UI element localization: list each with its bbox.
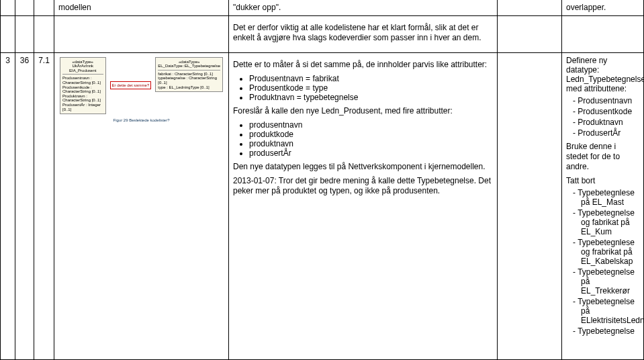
uml-class-left: «dataType» UkÅrAvInnk EIA_Produsent Prod… xyxy=(60,57,106,115)
uml-attr: Produsentnavn : CharacterString [0..1] xyxy=(62,76,103,85)
figure-caption: Figur 29 Beslektede kodelister? xyxy=(58,118,224,122)
uml-attr: Produsentkode : CharacterString [0..1] xyxy=(62,85,103,94)
uml-attr: typebetegnelse : CharacterString [0..1] xyxy=(158,76,220,85)
cell-note: overlapper. xyxy=(562,0,644,16)
list-item: ProdusertÅr xyxy=(573,128,639,138)
uml-attr: type : EL_LedningType [0..1] xyxy=(158,85,220,90)
text: modellen xyxy=(58,3,91,12)
uml-class-right: «dataType» EL_DataType::EL_Typebetegnels… xyxy=(155,57,223,93)
list-item: produktnavn xyxy=(249,139,493,148)
list-item: Produsentnavn = fabrikat xyxy=(249,74,493,83)
cell-num2: 36 xyxy=(15,52,34,359)
list-item: Produsentkode = type xyxy=(249,83,493,93)
paragraph: Definere ny datatype: Ledn_Typebetegnels… xyxy=(566,56,639,93)
list-item: Produktnavn = typebetegnelse xyxy=(249,93,493,102)
uml-attr: ProdusentÅr : Integer [0..1] xyxy=(62,103,103,111)
cell xyxy=(15,16,34,52)
dash-list: Typebetegnlese på EL_Mast Typebetegnelse… xyxy=(573,188,639,336)
text: "dukker opp". xyxy=(233,3,281,12)
bullet-list: Produsentnavn = fabrikat Produsentkode =… xyxy=(249,74,493,102)
table-row: Det er derfor viktig at alle kodelistene… xyxy=(1,16,644,52)
cell xyxy=(498,16,562,52)
table-row: 3 36 7.1 «dataType» UkÅrAvInnk EIA_Produ… xyxy=(1,52,644,359)
cell xyxy=(54,16,229,52)
document-table: modellen "dukker opp". overlapper. Det e… xyxy=(0,0,644,360)
paragraph: 2013-01-07: Tror det gir bedre mening å … xyxy=(233,176,493,196)
paragraph: Dette er to måter å si det samme på, de … xyxy=(233,60,493,70)
uml-attr: fabrikat : CharacterString [0..1] xyxy=(158,72,220,77)
list-item: produktkode xyxy=(249,130,493,139)
list-item: Typebetegnlese på EL_Mast xyxy=(573,188,639,207)
bullet-list: produsentnavn produktkode produktnavn pr… xyxy=(249,120,493,158)
table-row: modellen "dukker opp". overlapper. xyxy=(1,0,644,16)
paragraph: Den nye datatypen legges til på Nettverk… xyxy=(233,162,493,172)
paragraph: Tatt bort xyxy=(566,176,639,185)
list-item: Typebetegnelse på ELlektrisitetsLedning xyxy=(573,297,639,325)
cell xyxy=(1,16,15,52)
cell-num3 xyxy=(34,0,54,16)
cell-figure: «dataType» UkÅrAvInnk EIA_Produsent Prod… xyxy=(54,52,229,359)
cell-title: modellen xyxy=(54,0,229,16)
cell-num1: 3 xyxy=(1,52,15,359)
cell xyxy=(562,16,644,52)
uml-attr: Produktnavn : CharacterString [0..1] xyxy=(62,94,103,103)
uml-title: «dataType» EL_DataType::EL_Typebetegnels… xyxy=(158,60,220,69)
list-item: produsertÅr xyxy=(249,148,493,158)
list-item: Typebetegnelse på EL_Trekkerør xyxy=(573,267,639,296)
cell-note: Definere ny datatype: Ledn_Typebetegnels… xyxy=(562,52,644,359)
uml-figure: «dataType» UkÅrAvInnk EIA_Produsent Prod… xyxy=(58,56,224,123)
text: overlapper. xyxy=(566,3,606,12)
list-item: Produsentnavn xyxy=(573,96,639,105)
uml-note: Er dette det samme? xyxy=(110,81,152,89)
text: 36 xyxy=(20,56,29,65)
text: 3 xyxy=(5,56,10,65)
list-item: Typebetegnelse xyxy=(573,326,639,336)
cell-empty xyxy=(498,52,562,359)
cell-num2 xyxy=(15,0,34,16)
list-item: Typebetegnlese og frabrikat på EL_Kabels… xyxy=(573,238,639,266)
cell-desc: Det er derfor viktig at alle kodelistene… xyxy=(229,16,498,52)
uml-title: «dataType» UkÅrAvInnk EIA_Produsent xyxy=(62,60,103,73)
list-item: Produsentkode xyxy=(573,107,639,116)
cell-empty xyxy=(498,0,562,16)
dash-list: Produsentnavn Produsentkode Produktnavn … xyxy=(573,96,639,138)
cell-desc: Dette er to måter å si det samme på, de … xyxy=(229,52,498,359)
paragraph: Foreslår å kalle den nye Ledn_Produsent,… xyxy=(233,106,493,116)
paragraph: Bruke denne i stedet for de to andre. xyxy=(566,142,639,172)
list-item: Produktnavn xyxy=(573,118,639,127)
text: 7.1 xyxy=(38,56,50,65)
cell-desc: "dukker opp". xyxy=(229,0,498,16)
list-item: Typebetegnelse og fabrikat på EL_Kum xyxy=(573,208,639,236)
cell xyxy=(34,16,54,52)
paragraph: Det er derfor viktig at alle kodelistene… xyxy=(233,23,493,43)
cell-num1 xyxy=(1,0,15,16)
list-item: produsentnavn xyxy=(249,120,493,130)
cell-num3: 7.1 xyxy=(34,52,54,359)
